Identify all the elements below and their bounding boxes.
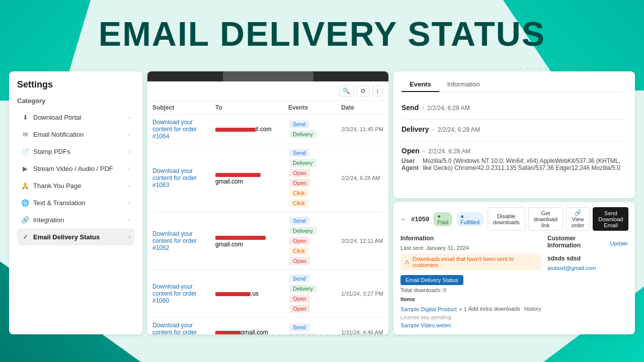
email-tbody: Download your content for order #1064 il… — [147, 115, 388, 335]
customer-email[interactable]: asdasd@gmail.com — [547, 265, 596, 271]
category-label: Category — [17, 97, 134, 105]
stamp-pdfs-icon: 📄 — [21, 147, 29, 155]
event-open2: Open — [289, 179, 310, 187]
events-tabs: Events Information — [401, 77, 627, 92]
alert-box: ⚠ Downloads email that hasn't been sent … — [400, 254, 541, 270]
sidebar-item-email-notification[interactable]: ✉ Email Notification › — [17, 126, 134, 143]
update-link[interactable]: Update — [610, 240, 628, 246]
col-date: Date — [336, 101, 388, 115]
email-subject-link[interactable]: Download your content for order #1062 — [152, 230, 197, 251]
event-delivery: Delivery — [289, 130, 316, 138]
events-cell: SendDelivery — [283, 115, 336, 144]
redacted-email — [215, 236, 266, 240]
event-open2: Open — [289, 257, 310, 265]
table-row: Download your content for order #1059 gm… — [147, 318, 388, 335]
event-click2: Click — [289, 199, 308, 207]
menu-item-left: ▶ Stream Video / Audio / PDF — [21, 164, 113, 172]
filter-button[interactable]: ⚙ — [357, 85, 369, 97]
event-send: Send — [289, 323, 309, 331]
settings-panel: Settings Category ⬇ Download Portal › ✉ … — [9, 71, 142, 334]
thank-you-page-icon: 🙏 — [21, 182, 29, 190]
customer-info-title: Customer Information — [547, 235, 610, 249]
menu-item-left: 🌐 Text & Translation — [21, 199, 85, 207]
alert-icon: ⚠ — [405, 259, 410, 265]
subject-cell: Download your content for order #1063 — [147, 144, 210, 212]
view-order-button[interactable]: 🔗 View order — [566, 207, 590, 231]
email-suffix: gmail.com — [240, 329, 268, 334]
sidebar-item-text-translation[interactable]: 🌐 Text & Translation › — [17, 194, 134, 211]
text-translation-icon: 🌐 — [21, 199, 29, 207]
settings-title: Settings — [17, 79, 134, 90]
date-cell: 2/2/24, 12:11 AM — [336, 212, 388, 270]
event-time: 2/2/24, 6:28 AM — [428, 105, 470, 112]
search-button[interactable]: 🔍 — [339, 85, 354, 97]
event-delivery: Delivery — [289, 285, 316, 293]
detail-value: Mozilla/5.0 (Windows NT 10.0; Win64; x64… — [423, 157, 627, 171]
page-title: EMAIL DELIVERY STATUS — [0, 14, 644, 53]
redacted-email — [215, 173, 261, 177]
email-notification-icon: ✉ — [21, 130, 29, 138]
add-extra-downloads-link[interactable]: Add extra downloads — [468, 306, 520, 312]
email-subject-link[interactable]: Download your content for order #1064 — [152, 119, 197, 140]
event-dash: - — [423, 146, 425, 155]
chevron-icon: › — [128, 131, 130, 137]
menu-item-left: 🔗 Integration — [21, 216, 64, 224]
chevron-icon: › — [128, 114, 130, 120]
to-cell: .us — [210, 270, 283, 318]
event-click: Click — [289, 189, 308, 197]
back-button[interactable]: ← — [400, 215, 407, 223]
information-title: Information — [400, 235, 541, 242]
last-sent: Last sent: January 31, 2024 — [400, 245, 541, 251]
email-delivery-status-icon: ✓ — [21, 233, 29, 241]
sidebar-item-email-delivery-status[interactable]: ✓ Email Delivery Status › — [17, 228, 134, 245]
col-to: To — [210, 101, 283, 115]
text-translation-label: Text & Translation — [33, 199, 85, 207]
sidebar-item-thank-you-page[interactable]: 🙏 Thank You Page › — [17, 177, 134, 194]
date-cell: 1/31/24, 4:46 AM — [336, 318, 388, 335]
sidebar-item-integration[interactable]: 🔗 Integration › — [17, 211, 134, 228]
subject-cell: Download your content for order #1064 — [147, 115, 210, 144]
email-toolbar: 🔍 ⚙ ↕ — [147, 81, 388, 101]
subject-cell: Download your content for order #1060 — [147, 270, 210, 318]
get-download-link-button[interactable]: Get download link — [528, 207, 563, 231]
item-actions: Add extra downloads History — [468, 306, 541, 312]
event-name: Open — [401, 147, 420, 155]
badge-fulfilled: ● Fulfilled — [456, 212, 484, 226]
send-download-email-button[interactable]: Send Download Email — [593, 207, 628, 231]
email-subject-link[interactable]: Download your content for order #1060 — [152, 283, 197, 304]
file-link[interactable]: Sample Video.webm — [400, 322, 451, 328]
sidebar-item-stream-video[interactable]: ▶ Stream Video / Audio / PDF › — [17, 160, 134, 177]
table-row: Download your content for order #1060 .u… — [147, 270, 388, 318]
sort-button[interactable]: ↕ — [372, 85, 382, 97]
license-text: License key pending — [400, 314, 541, 320]
sidebar-item-stamp-pdfs[interactable]: 📄 Stamp PDFs › — [17, 143, 134, 160]
event-entry: Delivery - 2/2/24, 6:28 AM — [401, 120, 627, 141]
chevron-icon: › — [128, 165, 130, 171]
to-cell: gmail.com — [210, 144, 283, 212]
event-dash: - — [432, 125, 434, 134]
integration-label: Integration — [33, 216, 64, 224]
email-subject-link[interactable]: Download your content for order #1059 — [152, 322, 197, 334]
event-send: Send — [289, 149, 309, 157]
order-info: Information Last sent: January 31, 2024 … — [400, 235, 541, 329]
chevron-icon: › — [128, 234, 130, 240]
email-subject-link[interactable]: Download your content for order #1063 — [152, 167, 197, 189]
history-link[interactable]: History — [524, 306, 541, 312]
disable-downloads-button[interactable]: Disable downloads — [488, 207, 525, 231]
right-panel: Events Information Send - 2/2/24, 6:28 A… — [393, 71, 635, 334]
order-number: #1059 — [411, 215, 429, 223]
event-row: Open - 2/2/24, 6:28 AM — [401, 146, 627, 155]
email-suffix: .us — [251, 290, 259, 297]
product-qty: × 1 — [459, 306, 467, 312]
stamp-pdfs-label: Stamp PDFs — [33, 148, 70, 155]
tab-events[interactable]: Events — [401, 77, 439, 92]
table-row: Download your content for order #1062 gm… — [147, 212, 388, 270]
item-product-name: Sample Digital Product × 1 — [400, 304, 467, 313]
event-send: Send — [289, 275, 309, 283]
tab-information[interactable]: Information — [439, 77, 488, 92]
integration-icon: 🔗 — [21, 216, 29, 224]
sidebar-item-download-portal[interactable]: ⬇ Download Portal › — [17, 109, 134, 126]
event-bounce: Bounce — [289, 333, 315, 334]
product-link[interactable]: Sample Digital Product — [400, 306, 457, 312]
email-delivery-status-button[interactable]: Email Delivery Status — [400, 275, 463, 285]
